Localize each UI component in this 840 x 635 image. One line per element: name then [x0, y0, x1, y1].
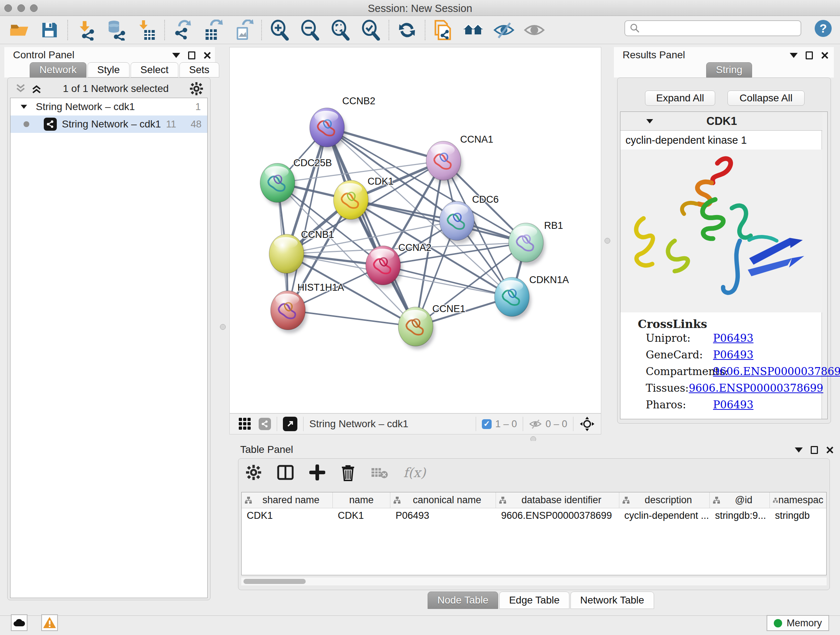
tab-style[interactable]: Style: [88, 62, 129, 78]
network-node-rb1[interactable]: [508, 223, 545, 265]
zoom-in-button[interactable]: [268, 19, 291, 41]
zoom-out-button[interactable]: [299, 19, 321, 41]
network-node-cdc6[interactable]: [439, 201, 476, 244]
table-settings-gear-icon[interactable]: [246, 464, 262, 480]
genecard-link[interactable]: P06493: [713, 348, 753, 361]
tab-string[interactable]: String: [706, 62, 752, 78]
panel-menu-caret-icon[interactable]: [790, 53, 798, 58]
add-column-plus-icon[interactable]: [309, 464, 325, 480]
gene-collapse-caret-icon[interactable]: [646, 119, 653, 124]
branch-icon: [622, 496, 630, 504]
open-in-new-window-icon[interactable]: [283, 417, 297, 431]
network-node-ccna1[interactable]: [426, 141, 463, 184]
network-options-gear-icon[interactable]: [189, 82, 203, 96]
tab-sets[interactable]: Sets: [180, 62, 219, 78]
delete-column-trash-icon[interactable]: [340, 464, 355, 481]
search-box[interactable]: [624, 20, 801, 36]
tab-edge-table[interactable]: Edge Table: [499, 592, 569, 609]
network-node-ccne1[interactable]: [398, 307, 435, 349]
cloud-status-button[interactable]: [11, 614, 27, 631]
export-network-button[interactable]: [172, 19, 194, 41]
help-button[interactable]: ?: [815, 20, 832, 37]
network-label: String Network – cdk1: [62, 119, 161, 130]
panel-menu-caret-icon[interactable]: [172, 53, 180, 58]
grid-view-icon[interactable]: [238, 417, 251, 431]
tab-select[interactable]: Select: [131, 62, 178, 78]
panel-maximize-button[interactable]: [811, 446, 818, 454]
warnings-button[interactable]: [41, 614, 58, 631]
column-header-shared-name[interactable]: shared name: [242, 492, 333, 508]
gene-name: CDK1: [654, 115, 790, 128]
network-row[interactable]: String Network – cdk1 11 48: [11, 116, 207, 133]
network-node-cdc25b[interactable]: [260, 163, 297, 206]
birds-eye-navigator-icon[interactable]: [579, 416, 595, 432]
tab-network-table[interactable]: Network Table: [570, 592, 654, 609]
panel-close-button[interactable]: [821, 51, 829, 59]
cell-database-identifier: 9606.ENSP00000378699: [496, 508, 619, 524]
tab-network[interactable]: Network: [30, 62, 87, 78]
tree-expand-caret-icon[interactable]: [21, 105, 27, 109]
uniprot-link[interactable]: P06493: [713, 332, 753, 344]
import-network-button[interactable]: [74, 19, 97, 41]
function-builder-icon[interactable]: f(x): [403, 465, 426, 480]
save-session-button[interactable]: [38, 19, 61, 41]
collapse-all-chevron-icon[interactable]: [15, 84, 26, 93]
network-node-ccnb2[interactable]: [309, 108, 346, 150]
selected-checkbox-icon[interactable]: ✓: [482, 419, 492, 429]
column-header-database-identifier[interactable]: database identifier: [496, 492, 619, 508]
collapse-all-button[interactable]: Collapse All: [728, 90, 805, 106]
import-network-from-database-button[interactable]: [105, 19, 127, 41]
hidden-eye-icon[interactable]: [529, 418, 542, 429]
column-header-canonical-name[interactable]: canonical name: [390, 492, 496, 508]
memory-button[interactable]: Memory: [767, 615, 829, 631]
string-view-icon[interactable]: [259, 418, 271, 430]
column-header-name[interactable]: name: [333, 492, 391, 508]
string-protein-query-button[interactable]: [432, 19, 454, 41]
cell-name: CDK1: [333, 508, 391, 524]
column-header-description[interactable]: description: [619, 492, 710, 508]
delete-table-icon[interactable]: [371, 466, 388, 479]
open-session-button[interactable]: [8, 19, 30, 41]
column-header-namespace[interactable]: namespac: [770, 492, 826, 508]
zoom-fit-button[interactable]: [329, 19, 352, 41]
table-header-row: shared name name canonical name database…: [242, 492, 826, 508]
import-table-button[interactable]: [135, 19, 158, 41]
panel-close-button[interactable]: [203, 51, 211, 59]
network-node-cdk1[interactable]: [333, 180, 370, 223]
hide-selected-button[interactable]: [493, 19, 515, 41]
left-splitter-handle[interactable]: [220, 324, 226, 330]
first-neighbors-button[interactable]: [462, 19, 485, 41]
export-table-button[interactable]: [202, 19, 224, 41]
expand-all-button[interactable]: Expand All: [645, 90, 715, 106]
tissues-link[interactable]: 9606.ENSP00000378699: [689, 382, 823, 394]
refresh-view-button[interactable]: [396, 19, 418, 41]
show-all-button[interactable]: [523, 19, 546, 41]
scrollbar-thumb[interactable]: [243, 579, 306, 584]
panel-maximize-button[interactable]: [806, 51, 813, 59]
pharos-link[interactable]: P06493: [713, 399, 753, 411]
network-node-hist1h1a[interactable]: [271, 291, 307, 333]
current-network-dot-icon: [24, 121, 29, 127]
right-splitter-handle[interactable]: [605, 238, 610, 244]
table-horizontal-scrollbar[interactable]: [241, 578, 827, 585]
gene-header-row[interactable]: CDK1: [621, 112, 822, 131]
zoom-out-icon: [300, 19, 321, 41]
expand-all-chevron-icon[interactable]: [31, 84, 42, 93]
panel-maximize-button[interactable]: [188, 51, 195, 59]
tab-node-table[interactable]: Node Table: [428, 592, 498, 609]
show-columns-icon[interactable]: [277, 464, 294, 481]
column-header-id[interactable]: @id: [710, 492, 770, 508]
network-node-cdkn1a[interactable]: [494, 277, 531, 320]
panel-menu-caret-icon[interactable]: [795, 448, 803, 453]
search-input[interactable]: [640, 23, 792, 34]
table-row[interactable]: CDK1 CDK1 P06493 9606.ENSP00000378699 cy…: [242, 508, 826, 524]
network-canvas[interactable]: CCNB2CCNA1CDC25BCDK1CDC6RB1CCNB1CCNA2CDK…: [229, 47, 601, 413]
export-image-button[interactable]: [232, 19, 255, 41]
edge-count: 48: [176, 119, 202, 130]
panel-close-button[interactable]: [826, 446, 834, 454]
compartments-link[interactable]: 9606.ENSP00000378699: [713, 365, 840, 378]
zoom-selected-button[interactable]: [360, 19, 382, 41]
network-collection-row[interactable]: String Network – cdk1 1: [11, 98, 207, 116]
network-node-ccna2[interactable]: [366, 246, 402, 288]
toolbar-separator: [261, 20, 262, 40]
